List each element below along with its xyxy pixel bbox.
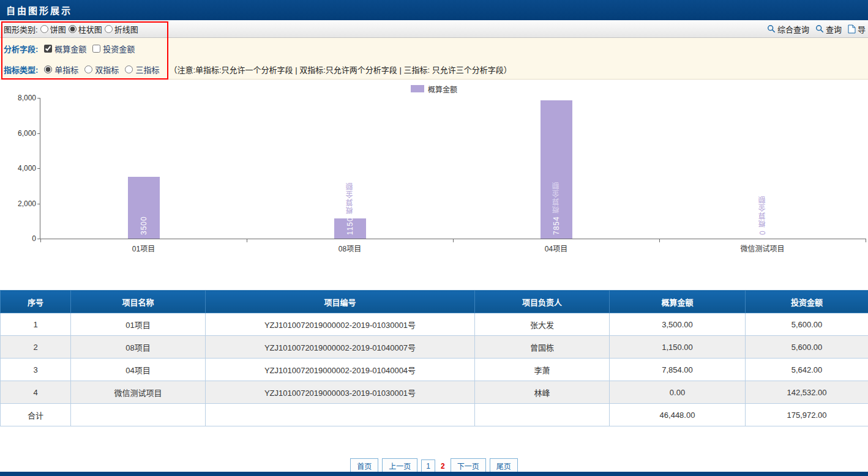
export-icon xyxy=(848,24,856,34)
page-1-button[interactable]: 1 xyxy=(421,459,435,473)
chart-type-line[interactable]: 折线图 xyxy=(105,23,138,35)
table-row: 4微信测试项目YZJ1010072019000003-2019-01030001… xyxy=(1,381,868,404)
col-project-code: 项目编号 xyxy=(206,291,475,313)
table-cell: 7,854.00 xyxy=(610,359,746,381)
col-project-name: 项目名称 xyxy=(71,291,206,313)
composite-query-button[interactable]: 综合查询 xyxy=(767,23,809,35)
estimate-amount-label: 概算金额 xyxy=(54,43,86,54)
magnifier-icon xyxy=(815,24,824,33)
export-button[interactable]: 导 xyxy=(848,23,866,35)
bottom-bar xyxy=(0,472,868,476)
single-indicator-radio[interactable] xyxy=(44,65,52,73)
x-axis-tick xyxy=(866,239,866,242)
export-label: 导 xyxy=(858,23,866,35)
table-cell: YZJ1010072019000002-2019-01030001号 xyxy=(206,313,475,336)
indicator-note: （注意:单指标:只允许一个分析字段 | 双指标:只允许两个分析字段 | 三指标:… xyxy=(169,64,511,75)
indicator-triple[interactable]: 三指标 xyxy=(125,64,159,75)
table-cell: 2 xyxy=(1,336,71,359)
toolbar: 图形类别: 饼图 柱状图 折线图 综合查询 查询 xyxy=(0,20,868,38)
table-cell: YZJ1010072019000003-2019-01030001号 xyxy=(206,381,475,404)
table-header-row: 序号 项目名称 项目编号 项目负责人 概算金额 投资金额 xyxy=(1,291,868,313)
x-axis-category-label: 04项目 xyxy=(453,243,659,253)
x-axis-tick xyxy=(453,239,454,242)
y-axis-tick-label: 2,000 xyxy=(2,199,36,208)
page-title-bar: 自由图形展示 xyxy=(0,0,868,20)
line-radio-label: 折线图 xyxy=(114,23,138,35)
table-cell: 175,972.00 xyxy=(746,404,868,426)
x-axis-category-label: 08项目 xyxy=(247,243,453,253)
projects-table: 序号 项目名称 项目编号 项目负责人 概算金额 投资金额 101项目YZJ101… xyxy=(0,290,868,426)
query-label: 查询 xyxy=(826,23,842,35)
bar-radio-label: 柱状图 xyxy=(78,23,102,35)
double-indicator-radio[interactable] xyxy=(84,65,92,73)
table-row: 101项目YZJ1010072019000002-2019-01030001号张… xyxy=(1,313,868,336)
table-cell xyxy=(475,404,610,426)
current-page-indicator: 2 xyxy=(439,460,447,472)
field-estimate-amount[interactable]: 概算金额 xyxy=(44,43,86,54)
table-cell: 04项目 xyxy=(71,359,206,381)
y-axis-tick-label: 0 xyxy=(2,234,36,243)
pie-radio[interactable] xyxy=(40,25,48,33)
col-project-manager: 项目负责人 xyxy=(475,291,610,313)
table-cell: 5,600.00 xyxy=(746,313,868,336)
x-axis-tick xyxy=(247,239,247,242)
filter-panel: 分析字段: 概算金额 投资金额 指标类型: 单指标 双指标 三指标 xyxy=(0,38,868,80)
toolbar-actions: 综合查询 查询 导 xyxy=(767,23,866,35)
y-axis-tick xyxy=(37,204,40,204)
x-axis-category-label: 01项目 xyxy=(40,243,247,253)
single-indicator-label: 单指标 xyxy=(54,64,78,75)
table-cell: 3,500.00 xyxy=(610,313,746,336)
table-cell: 曾国栋 xyxy=(475,336,610,359)
investment-amount-checkbox[interactable] xyxy=(92,45,100,53)
estimate-amount-checkbox[interactable] xyxy=(44,45,52,53)
indicator-type-row: 指标类型: 单指标 双指标 三指标 （注意:单指标:只允许一个分析字段 | 双指… xyxy=(4,59,868,80)
bar-radio[interactable] xyxy=(69,25,77,33)
table-cell: 0.00 xyxy=(610,381,746,404)
x-axis-tick xyxy=(40,239,41,242)
bar-chart: 概算金额 02,0004,0006,0008,0003500 概算金额01项目1… xyxy=(0,80,868,269)
x-axis-tick xyxy=(659,239,660,242)
y-axis-tick xyxy=(37,133,40,134)
chart-type-label: 图形类别: xyxy=(4,23,38,35)
bar-value-label: 0 概算金额 xyxy=(757,196,768,235)
table-cell: 3 xyxy=(1,359,71,381)
table-cell: YZJ1010072019000002-2019-01040007号 xyxy=(206,336,475,359)
page-title: 自由图形展示 xyxy=(6,4,72,17)
y-axis-tick xyxy=(37,98,40,99)
triple-indicator-radio[interactable] xyxy=(125,65,133,73)
y-axis-tick-label: 8,000 xyxy=(2,94,36,102)
field-investment-amount[interactable]: 投资金额 xyxy=(92,43,135,54)
chart-type-pie[interactable]: 饼图 xyxy=(40,23,66,35)
indicator-single[interactable]: 单指标 xyxy=(44,64,78,75)
y-axis-tick-label: 6,000 xyxy=(2,129,36,138)
table-cell: 1 xyxy=(1,313,71,336)
analysis-fields-label: 分析字段: xyxy=(4,43,38,54)
col-investment-amount: 投资金额 xyxy=(746,291,868,313)
triple-indicator-label: 三指标 xyxy=(135,64,159,75)
line-radio[interactable] xyxy=(105,25,113,33)
chart-type-group: 图形类别: 饼图 柱状图 折线图 xyxy=(4,23,138,35)
table-cell: 李萧 xyxy=(475,359,610,381)
indicator-type-label: 指标类型: xyxy=(4,64,38,75)
query-button[interactable]: 查询 xyxy=(815,23,842,35)
table-cell: 1,150.00 xyxy=(610,336,746,359)
table-cell: 张大发 xyxy=(475,313,610,336)
table-cell: 5,600.00 xyxy=(746,336,868,359)
table-cell: YZJ1010072019000002-2019-01040004号 xyxy=(206,359,475,381)
col-estimate-amount: 概算金额 xyxy=(610,291,746,313)
bar-value-label: 7854 概算金额 xyxy=(551,182,561,235)
y-axis-tick xyxy=(37,168,40,169)
indicator-double[interactable]: 双指标 xyxy=(84,64,119,75)
double-indicator-label: 双指标 xyxy=(95,64,119,75)
investment-amount-label: 投资金额 xyxy=(103,43,135,54)
table-cell: 01项目 xyxy=(71,313,206,336)
legend-label: 概算金额 xyxy=(428,84,457,94)
table-cell: 5,642.00 xyxy=(746,359,868,381)
analysis-fields-row: 分析字段: 概算金额 投资金额 xyxy=(4,38,868,59)
table-cell: 4 xyxy=(1,381,71,404)
chart-legend: 概算金额 xyxy=(0,83,868,94)
table-cell xyxy=(206,404,475,426)
table-row: 208项目YZJ1010072019000002-2019-01040007号曾… xyxy=(1,336,868,359)
y-axis-tick-label: 4,000 xyxy=(2,164,36,173)
chart-type-bar[interactable]: 柱状图 xyxy=(69,23,102,35)
